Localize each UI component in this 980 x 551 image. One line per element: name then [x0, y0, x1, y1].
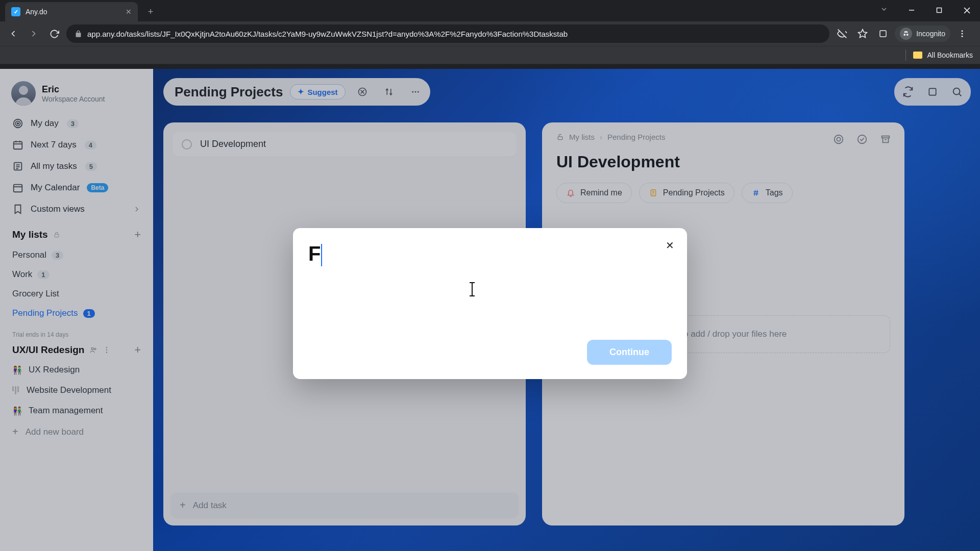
app-viewport: Eric Workspace Account My day 3 Next 7 d… [0, 69, 980, 551]
browser-tab[interactable]: ✓ Any.do ✕ [5, 2, 138, 21]
svg-point-9 [962, 30, 963, 32]
new-tab-button[interactable]: + [143, 4, 158, 19]
browser-menu-icon[interactable] [953, 25, 971, 42]
text-cursor [321, 244, 322, 266]
bookmarks-bar: All Bookmarks [0, 46, 980, 64]
maximize-icon[interactable] [930, 3, 948, 17]
nav-bar: app.any.do/tasks/lists/JF_Ix0QxKjtjnA2to… [0, 21, 980, 46]
forward-button[interactable] [26, 26, 42, 42]
reload-button[interactable] [46, 26, 62, 42]
svg-rect-1 [937, 8, 942, 13]
svg-point-7 [904, 34, 906, 36]
text-caret-icon [472, 283, 473, 295]
app-root: Eric Workspace Account My day 3 Next 7 d… [0, 69, 980, 551]
svg-point-8 [906, 34, 909, 36]
tab-bar: ✓ Any.do ✕ + [0, 0, 980, 21]
close-tab-icon[interactable]: ✕ [126, 8, 132, 16]
svg-rect-6 [880, 31, 886, 37]
bookmarks-divider [905, 49, 906, 61]
svg-marker-5 [859, 30, 867, 38]
minimize-icon[interactable] [902, 3, 921, 17]
lock-icon [75, 30, 82, 38]
svg-point-10 [962, 33, 963, 35]
url-text: app.any.do/tasks/lists/JF_Ix0QxKjtjnA2to… [87, 30, 568, 38]
window-controls [902, 3, 976, 17]
all-bookmarks-link[interactable]: All Bookmarks [927, 51, 973, 59]
continue-button[interactable]: Continue [587, 340, 672, 365]
toolbar-right: Incognito [834, 25, 975, 42]
anydo-favicon: ✓ [11, 7, 20, 16]
browser-chrome: ✓ Any.do ✕ + app.any.do/tasks/lists/JF_I… [0, 0, 980, 69]
incognito-indicator[interactable]: Incognito [895, 26, 950, 42]
tabs-dropdown-icon[interactable] [880, 5, 888, 13]
modal-title-input[interactable]: F [307, 225, 323, 270]
incognito-icon [900, 28, 912, 40]
svg-point-11 [962, 36, 963, 37]
subtask-modal: ✕ F Continue [293, 228, 687, 379]
tab-title: Any.do [26, 8, 47, 16]
bookmarks-folder-icon [913, 52, 922, 59]
continue-label: Continue [609, 347, 649, 357]
star-icon[interactable] [854, 25, 871, 42]
eye-off-icon[interactable] [834, 25, 851, 42]
extensions-icon[interactable] [874, 25, 892, 42]
address-bar[interactable]: app.any.do/tasks/lists/JF_Ix0QxKjtjnA2to… [66, 24, 829, 43]
back-button[interactable] [5, 26, 21, 42]
incognito-label: Incognito [916, 30, 945, 38]
close-window-icon[interactable] [958, 3, 976, 17]
